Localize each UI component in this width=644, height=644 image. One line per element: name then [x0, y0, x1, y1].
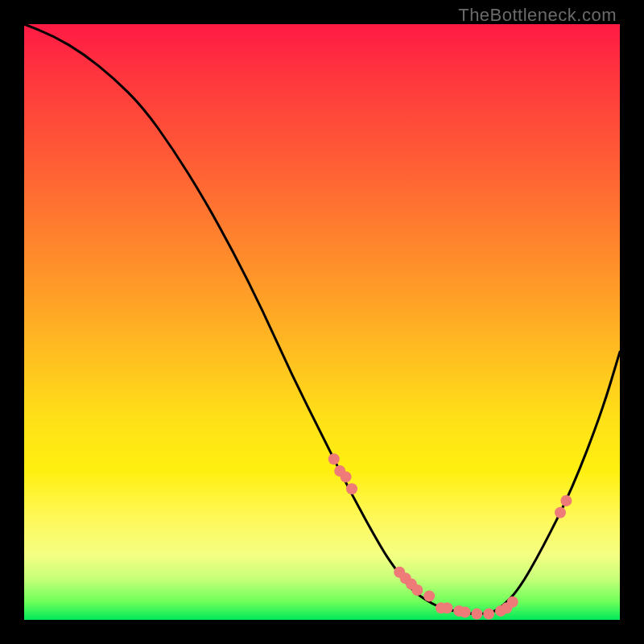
marker-point — [460, 606, 471, 617]
chart-frame: TheBottleneck.com — [0, 0, 644, 644]
highlight-markers — [328, 453, 572, 619]
marker-point — [471, 609, 482, 620]
watermark-text: TheBottleneck.com — [458, 5, 617, 26]
marker-point — [560, 495, 572, 506]
marker-point — [483, 609, 494, 620]
bottleneck-curve — [24, 24, 620, 614]
plot-area — [24, 24, 620, 620]
marker-point — [423, 590, 435, 601]
marker-point — [555, 507, 566, 518]
marker-point — [411, 584, 423, 596]
curve-layer — [24, 24, 620, 620]
marker-point — [507, 597, 518, 608]
marker-point — [441, 602, 452, 613]
marker-point — [346, 483, 357, 494]
marker-point — [341, 471, 352, 482]
marker-point — [328, 453, 340, 464]
